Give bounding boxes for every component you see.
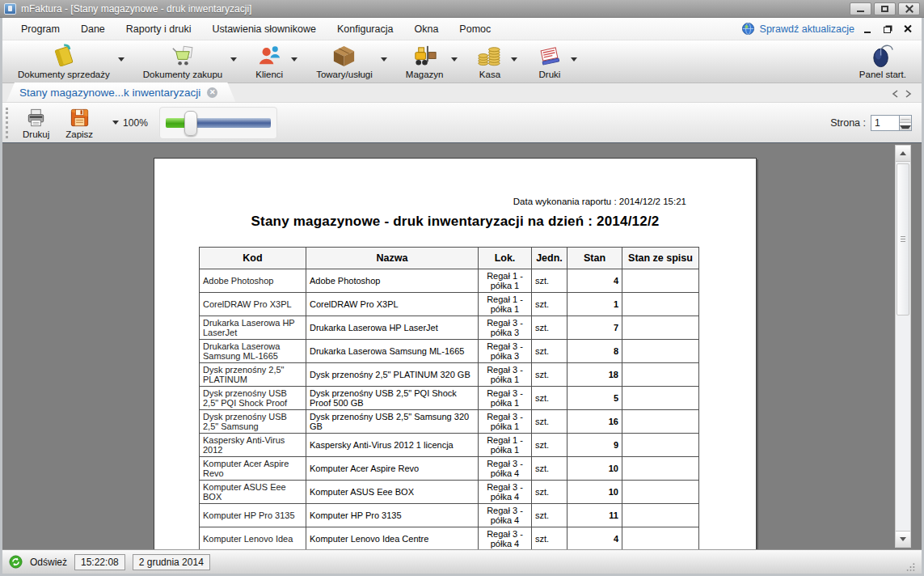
cell-kod: Dysk przenośny USB 2,5" PQI Shock Proof	[200, 387, 306, 410]
kasa-button[interactable]: Kasa	[470, 41, 508, 82]
mdi-restore-button[interactable]	[880, 23, 895, 36]
cell-kod: Kaspersky Anti-Virus 2012	[200, 434, 306, 457]
dokumenty-zakupu-dropdown[interactable]	[230, 57, 237, 65]
save-floppy-icon	[69, 107, 91, 129]
cell-stan: 10	[567, 481, 622, 504]
toolbar-label: Kasa	[479, 70, 500, 79]
tab-stany-magazynowe[interactable]: Stany magazynowe...k inwentaryzacji ✕	[6, 83, 235, 102]
table-row: Komputer Lenovo IdeaKomputer Lenovo Idea…	[200, 527, 699, 550]
cell-stan-ze-spisu	[622, 316, 699, 340]
cell-lok: Regał 1 -półka 1	[479, 293, 532, 316]
scroll-up-icon	[900, 148, 906, 155]
tab-scroll-left-button[interactable]	[892, 90, 898, 98]
cell-nazwa: Komputer HP Pro 3135	[306, 504, 479, 527]
cell-stan: 11	[567, 504, 622, 527]
cell-jedn: szt.	[532, 504, 567, 527]
drukuj-button[interactable]: Drukuj	[15, 105, 57, 141]
table-header-row: Kod Nazwa Lok. Jedn. Stan Stan ze spisu	[200, 248, 699, 269]
maximize-button[interactable]	[874, 2, 896, 15]
page-spin-up-button[interactable]	[900, 116, 911, 124]
close-button[interactable]	[898, 2, 920, 15]
kasa-dropdown[interactable]	[511, 57, 517, 65]
menu-raporty-i-druki[interactable]: Raporty i druki	[116, 18, 202, 40]
menu-konfiguracja[interactable]: Konfiguracja	[327, 18, 404, 40]
scroll-up-button[interactable]	[896, 146, 910, 162]
menu-program[interactable]: Program	[11, 18, 70, 40]
minimize-button[interactable]	[850, 2, 871, 15]
menu-pomoc[interactable]: Pomoc	[449, 18, 501, 40]
mdi-restore-icon	[884, 27, 891, 33]
menu-dane[interactable]: Dane	[70, 18, 116, 40]
resize-grip[interactable]	[905, 562, 917, 574]
tab-scroll-right-button[interactable]	[905, 90, 912, 98]
zoom-slider-thumb[interactable]	[184, 111, 197, 136]
magazyn-button[interactable]: Magazyn	[400, 41, 449, 82]
cell-kod: Komputer ASUS Eee BOX	[200, 481, 306, 504]
cell-stan: 16	[567, 410, 622, 434]
window-title: mFaktura - [Stany magazynowe - druk inwe…	[21, 3, 251, 15]
druki-dropdown[interactable]	[571, 57, 577, 65]
table-row: Drukarka Laserowa HP LaserJetDrukarka La…	[200, 316, 699, 340]
cell-kod: Komputer Lenovo Idea	[200, 527, 306, 550]
magazyn-dropdown[interactable]	[451, 57, 458, 65]
panel-start-button[interactable]: Panel start.	[854, 41, 912, 82]
title-bar: mFaktura - [Stany magazynowe - druk inwe…	[0, 0, 924, 18]
toolbar-label: Panel start.	[859, 70, 906, 79]
tab-close-icon[interactable]: ✕	[207, 87, 217, 98]
klienci-dropdown[interactable]	[291, 57, 297, 65]
menu-ustawienia-slownikowe[interactable]: Ustawienia słownikowe	[201, 18, 327, 40]
klienci-button[interactable]: Klienci	[250, 41, 289, 82]
table-row: Komputer HP Pro 3135Komputer HP Pro 3135…	[200, 504, 699, 527]
dokumenty-zakupu-button[interactable]: Dokumenty zakupu	[137, 41, 228, 82]
check-updates-link[interactable]: Sprawdź aktualizacje	[760, 23, 854, 35]
table-row: Adobe PhotoshopAdobe PhotoshopRegał 1 -p…	[200, 269, 699, 293]
cell-kod: Adobe Photoshop	[200, 269, 306, 293]
cell-nazwa: Kaspersky Anti-Virus 2012 1 licencja	[306, 434, 479, 457]
zapisz-button[interactable]: Zapisz	[57, 105, 101, 141]
cell-lok: Regał 3 -półka 3	[479, 340, 532, 363]
page-spin-down-button[interactable]	[900, 123, 911, 130]
report-viewer: Data wykonania raportu : 2014/12/2 15:21…	[2, 143, 922, 549]
table-row: Dysk przenośny USB 2,5" PQI Shock ProofD…	[200, 387, 699, 410]
refresh-icon[interactable]	[9, 555, 23, 569]
scrollbar-thumb[interactable]	[897, 163, 909, 316]
report-table: Kod Nazwa Lok. Jedn. Stan Stan ze spisu …	[199, 247, 699, 549]
vertical-scrollbar[interactable]	[895, 145, 911, 548]
toolbar-label: Klienci	[255, 70, 283, 79]
dokumenty-sprzedazy-dropdown[interactable]	[118, 57, 124, 65]
strona-label: Strona :	[830, 117, 866, 129]
table-row: Dysk przenośny 2,5" PLATINUMDysk przenoś…	[200, 363, 699, 387]
scroll-down-button[interactable]	[896, 531, 910, 547]
mdi-close-button[interactable]	[901, 23, 915, 36]
dokumenty-sprzedazy-button[interactable]: Dokumenty sprzedaży	[12, 41, 116, 82]
refresh-label[interactable]: Odśwież	[30, 557, 67, 568]
cell-stan: 9	[567, 434, 622, 457]
towary-uslugi-button[interactable]: Towary/usługi	[310, 41, 378, 82]
cell-lok: Regał 3 -półka 4	[479, 481, 532, 504]
cell-jedn: szt.	[532, 340, 567, 363]
cell-nazwa: Dysk przenośny 2,5" PLATINUM 320 GB	[306, 363, 479, 387]
status-date: 2 grudnia 2014	[133, 554, 210, 570]
cell-lok: Regał 3 -półka 1	[479, 410, 532, 434]
zoom-dropdown-icon[interactable]	[112, 121, 119, 128]
prints-icon	[536, 43, 563, 70]
status-bar: Odśwież 15:22:08 2 grudnia 2014	[2, 549, 922, 574]
cell-lok: Regał 3 -półka 1	[479, 387, 532, 410]
cell-stan-ze-spisu	[622, 269, 699, 293]
towary-uslugi-dropdown[interactable]	[381, 57, 387, 65]
close-icon	[905, 5, 913, 13]
toolbar-gripper[interactable]	[6, 108, 8, 138]
col-header-nazwa: Nazwa	[306, 248, 479, 269]
cell-jedn: szt.	[532, 363, 567, 387]
app-icon	[4, 3, 16, 15]
zoom-slider[interactable]	[159, 107, 277, 139]
mdi-minimize-button[interactable]	[860, 23, 875, 36]
cell-jedn: szt.	[532, 293, 567, 316]
cell-stan: 7	[567, 316, 622, 340]
menu-okna[interactable]: Okna	[403, 18, 449, 40]
cell-jedn: szt.	[532, 434, 567, 457]
cell-lok: Regał 3 -półka 3	[479, 316, 532, 340]
druki-button[interactable]: Druki	[530, 41, 568, 82]
cell-lok: Regał 3 -półka 1	[479, 363, 532, 387]
page-number-input[interactable]: 1	[871, 115, 900, 131]
